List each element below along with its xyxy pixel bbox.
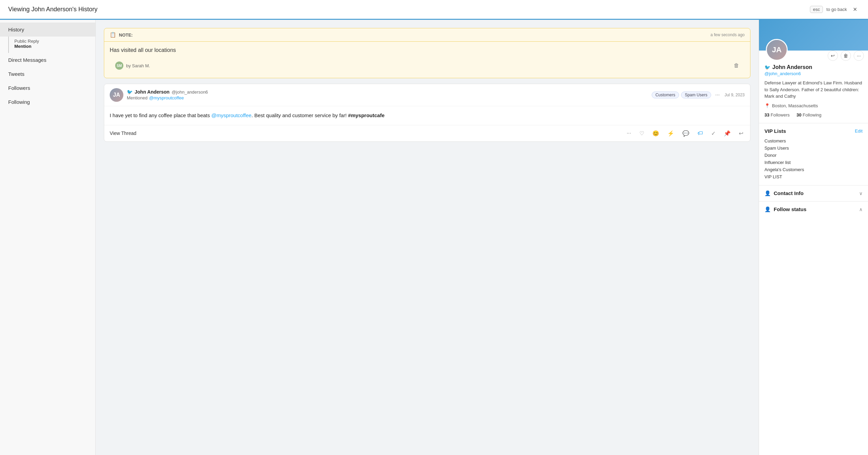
vip-list-item-2: Donor [764, 152, 863, 159]
tweet-body: I have yet to find any coffee place that… [104, 106, 750, 125]
note-author: SM by Sarah M. [115, 61, 150, 70]
sidebar-sub-item-mention[interactable]: Public Reply Mention [8, 37, 95, 53]
tweet-body-after: . Best quality and customer service by f… [252, 112, 348, 118]
follow-status-section: 👤 Follow status ∧ [759, 201, 868, 217]
profile-twitter-icon: 🐦 [764, 65, 770, 70]
esc-badge: esc [810, 6, 823, 13]
delete-note-button[interactable]: 🗑 [734, 63, 739, 69]
contact-info-header[interactable]: 👤 Contact Info ∨ [764, 190, 863, 196]
sidebar-item-tweets[interactable]: Tweets [0, 67, 95, 81]
note-label: 📋 NOTE: [110, 32, 133, 38]
tweet-action-text: Mentioned [127, 95, 148, 100]
profile-handle[interactable]: @john_anderson6 [764, 71, 863, 76]
profile-share-button[interactable]: ↩ [828, 51, 838, 61]
tweet-user-handle: @john_anderson6 [172, 89, 208, 95]
like-icon[interactable]: ♡ [638, 129, 646, 138]
note-header: 📋 NOTE: a few seconds ago [104, 28, 750, 42]
badge-spam-users[interactable]: Spam Users [681, 92, 711, 98]
check-icon[interactable]: ✓ [710, 129, 717, 138]
tweet-card: JA 🐦 John Anderson @john_anderson6 Menti… [104, 84, 750, 142]
follow-status-chevron: ∧ [859, 207, 863, 212]
content-area: 📋 NOTE: a few seconds ago Has visited al… [96, 20, 759, 455]
profile-stats: 33 Followers 30 Following [764, 112, 863, 118]
profile-more-button[interactable]: ··· [854, 51, 864, 61]
follow-status-title: Follow status [774, 206, 806, 212]
tweet-action-row: Mentioned @mysproutcoffee [127, 95, 208, 101]
note-footer: SM by Sarah M. 🗑 [110, 59, 745, 72]
emoji-icon[interactable]: 😊 [651, 129, 661, 138]
followers-count: 33 [764, 112, 769, 118]
close-button[interactable]: × [850, 4, 860, 15]
sidebar-item-history[interactable]: History [0, 23, 95, 37]
profile-name-row: 🐦 John Anderson [764, 64, 863, 70]
followers-stat: 33 Followers [764, 112, 790, 118]
vip-lists-title: VIP Lists [764, 128, 786, 134]
sidebar-item-followers[interactable]: Followers [0, 81, 95, 95]
contact-info-section: 👤 Contact Info ∨ [759, 185, 868, 201]
note-timestamp: a few seconds ago [710, 32, 745, 37]
action-icons: ··· ♡ 😊 ⚡ 💬 🏷 ✓ 📌 ↩ [625, 129, 745, 138]
vip-list-item-5: VIP LIST [764, 173, 863, 180]
pin-icon[interactable]: 📌 [722, 129, 732, 138]
tweet-user-details: 🐦 John Anderson @john_anderson6 Mentione… [127, 89, 208, 101]
vip-lists-items: Customers Spam Users Donor Influencer li… [764, 137, 863, 180]
followers-label: Followers [771, 112, 790, 118]
profile-bio: Defense Lawyer at Edmond's Law Firm. Hus… [764, 80, 863, 100]
contact-info-icon-group: 👤 Contact Info [764, 190, 804, 196]
go-back-text: to go back [826, 7, 847, 12]
share-icon[interactable]: ↩ [737, 129, 745, 138]
right-panel: JA ↩ 🗑 ··· 🐦 John Anderson @john_anderso… [759, 20, 868, 455]
note-card: 📋 NOTE: a few seconds ago Has visited al… [104, 28, 750, 78]
profile-location: 📍 Boston, Massachusetts [764, 103, 863, 108]
profile-avatar-placeholder: JA [767, 40, 787, 60]
follow-status-icon: 👤 [764, 206, 771, 212]
vip-list-item-3: Influencer list [764, 159, 863, 166]
main-layout: History Public Reply Mention Direct Mess… [0, 20, 868, 455]
location-text: Boston, Massachusetts [772, 103, 818, 108]
profile-delete-button[interactable]: 🗑 [841, 51, 851, 61]
tweet-user-info: JA 🐦 John Anderson @john_anderson6 Menti… [110, 88, 208, 102]
vip-lists-section: VIP Lists Edit Customers Spam Users Dono… [759, 123, 868, 185]
profile-name: John Anderson [772, 64, 812, 70]
sidebar: History Public Reply Mention Direct Mess… [0, 20, 96, 455]
reply-icon[interactable]: 💬 [681, 129, 691, 138]
tweet-avatar: JA [110, 88, 123, 102]
follow-status-icon-group: 👤 Follow status [764, 206, 806, 212]
tweet-header: JA 🐦 John Anderson @john_anderson6 Menti… [104, 84, 750, 106]
tweet-name-row: 🐦 John Anderson @john_anderson6 [127, 89, 208, 95]
vip-list-item-0: Customers [764, 137, 863, 144]
following-label: Following [803, 112, 822, 118]
boost-icon[interactable]: ⚡ [666, 129, 676, 138]
contact-info-chevron: ∨ [859, 191, 863, 196]
note-content: Has visited all our locations [110, 47, 745, 53]
page-title: Viewing John Anderson's History [8, 6, 97, 13]
tweet-hashtag: #mysproutcafe [348, 112, 385, 118]
author-name: by Sarah M. [126, 63, 150, 68]
note-body: Has visited all our locations SM by Sara… [104, 42, 750, 78]
vip-lists-header: VIP Lists Edit [764, 128, 863, 134]
follow-status-header[interactable]: 👤 Follow status ∧ [764, 206, 863, 212]
view-thread-button[interactable]: View Thread [110, 130, 136, 136]
tweet-badges-date: Customers Spam Users ··· Jul 9, 2023 [652, 91, 745, 99]
sub-item-line2: Mention [14, 44, 90, 49]
tag-icon[interactable]: 🏷 [696, 129, 704, 138]
following-stat: 30 Following [797, 112, 822, 118]
tweet-body-link[interactable]: @mysproutcoffee [211, 112, 252, 118]
tweet-action-link[interactable]: @mysproutcoffee [149, 95, 184, 100]
badge-customers[interactable]: Customers [652, 92, 679, 98]
sidebar-item-direct-messages[interactable]: Direct Messages [0, 53, 95, 67]
app-header: Viewing John Anderson's History esc to g… [0, 0, 868, 20]
tweet-badges: Customers Spam Users ··· [652, 91, 722, 99]
badge-more-button[interactable]: ··· [713, 91, 722, 99]
header-actions: esc to go back × [810, 4, 860, 15]
sub-item-line1: Public Reply [14, 39, 90, 44]
twitter-icon: 🐦 [127, 89, 133, 95]
contact-info-icon: 👤 [764, 190, 771, 196]
sidebar-item-following[interactable]: Following [0, 95, 95, 109]
profile-actions: ↩ 🗑 ··· [828, 51, 864, 61]
more-options-icon[interactable]: ··· [625, 129, 633, 138]
profile-banner: JA ↩ 🗑 ··· [759, 20, 868, 51]
vip-lists-edit-button[interactable]: Edit [855, 128, 863, 134]
author-avatar: SM [115, 61, 123, 70]
tweet-user-name: John Anderson [135, 89, 169, 95]
